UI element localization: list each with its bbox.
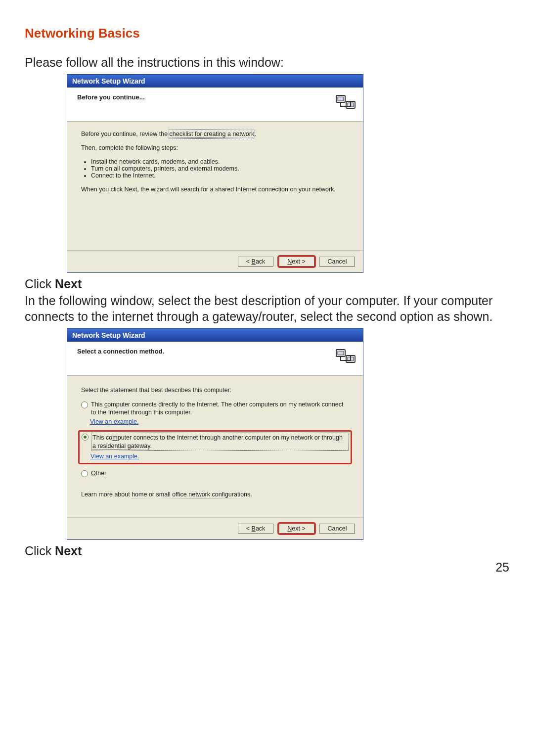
- option-direct-connection[interactable]: This computer connects directly to the I…: [81, 400, 349, 417]
- dialog-header: Select a connection method.: [67, 342, 363, 376]
- text: Click: [25, 544, 55, 558]
- cancel-button[interactable]: Cancel: [319, 524, 355, 534]
- cancel-button[interactable]: Cancel: [319, 257, 355, 267]
- next-button[interactable]: Next >: [279, 257, 314, 267]
- wizard-note: When you click Next, the wizard will sea…: [81, 186, 349, 193]
- radio-label: Other: [91, 469, 349, 477]
- checklist-link[interactable]: checklist for creating a network: [170, 131, 255, 138]
- select-statement-prompt: Select the statement that best describes…: [81, 387, 349, 394]
- option-other[interactable]: Other: [81, 469, 349, 477]
- step-item: Install the network cards, modems, and c…: [91, 158, 349, 165]
- then-complete-line: Then, complete the following steps:: [81, 144, 349, 151]
- learn-more-line: Learn more about home or small office ne…: [81, 491, 349, 498]
- radio-label: This computer connects directly to the I…: [91, 400, 349, 417]
- back-button[interactable]: < Back: [238, 524, 273, 534]
- review-checklist-line: Before you continue, review the checklis…: [81, 131, 349, 137]
- page-number: 25: [25, 560, 509, 575]
- dialog-header: Before you continue...: [67, 88, 363, 122]
- next-button[interactable]: Next >: [279, 524, 314, 534]
- radio-icon: [82, 434, 89, 441]
- text: .: [254, 131, 256, 137]
- option-through-gateway[interactable]: This computer connects to the Internet t…: [82, 433, 349, 451]
- wizard-dialog-connection-method: Network Setup Wizard Select a connection…: [67, 328, 363, 540]
- middle-paragraph: In the following window, select the best…: [25, 293, 509, 324]
- back-button[interactable]: < Back: [238, 257, 273, 267]
- option-highlight: This computer connects to the Internet t…: [78, 430, 352, 464]
- text: Learn more about: [81, 491, 132, 498]
- view-example-link[interactable]: View an example.: [90, 453, 139, 460]
- dialog-button-bar: < Back Next > Cancel: [67, 250, 363, 272]
- learn-more-link[interactable]: home or small office network configurati…: [132, 491, 250, 498]
- text-bold: Next: [55, 277, 82, 291]
- svg-rect-1: [338, 97, 344, 101]
- step-item: Connect to the Internet.: [91, 172, 349, 179]
- view-example-link[interactable]: View an example.: [90, 418, 138, 425]
- text: Before you continue, review the: [81, 131, 170, 137]
- dialog-titlebar: Network Setup Wizard: [67, 329, 363, 342]
- intro-text: Please follow all the instructions in th…: [25, 55, 509, 70]
- radio-label: This computer connects to the Internet t…: [91, 433, 349, 451]
- steps-list: Install the network cards, modems, and c…: [81, 158, 349, 179]
- click-next-2: Click Next: [25, 544, 509, 558]
- dialog-header-title: Before you continue...: [77, 92, 335, 101]
- step-item: Turn on all computers, printers, and ext…: [91, 165, 349, 172]
- dialog-content: Select the statement that best describes…: [67, 376, 363, 517]
- dialog-header-title: Select a connection method.: [77, 347, 335, 355]
- dialog-content: Before you continue, review the checklis…: [67, 122, 363, 250]
- text: .: [250, 491, 252, 498]
- wizard-dialog-before-continue: Network Setup Wizard Before you continue…: [67, 74, 363, 273]
- text-bold: Next: [55, 544, 82, 558]
- section-title: Networking Basics: [25, 26, 509, 41]
- radio-icon: [81, 470, 88, 477]
- svg-rect-5: [338, 351, 344, 355]
- radio-icon: [81, 401, 88, 408]
- computers-network-icon: [335, 92, 357, 114]
- computers-network-icon: [335, 347, 357, 368]
- dialog-titlebar: Network Setup Wizard: [67, 75, 363, 88]
- text: Click: [25, 277, 55, 291]
- click-next-1: Click Next: [25, 277, 509, 291]
- dialog-button-bar: < Back Next > Cancel: [67, 517, 363, 539]
